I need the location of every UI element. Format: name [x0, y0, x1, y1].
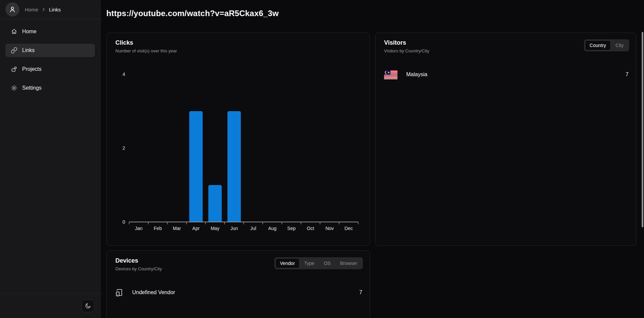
svg-text:Dec: Dec: [344, 226, 353, 231]
devices-card-title: Devices: [115, 257, 162, 264]
theme-toggle-button[interactable]: [82, 300, 94, 312]
device-row-undefined-vendor: Undefined Vendor 7: [115, 285, 362, 300]
visitor-country-label: Malaysia: [406, 72, 427, 78]
devices-toggle-browser[interactable]: Browser: [335, 258, 362, 268]
svg-text:Jun: Jun: [230, 226, 238, 231]
device-count: 7: [359, 289, 362, 296]
svg-text:4: 4: [122, 72, 125, 77]
devices-toggle-group: Vendor Type OS Browser: [274, 257, 363, 269]
app-window: Home Links Home: [0, 0, 644, 318]
visitors-toggle-country[interactable]: Country: [585, 40, 611, 50]
devices-toggle-type[interactable]: Type: [300, 258, 319, 268]
devices-card-subtitle: Devices by Country/City: [115, 266, 162, 271]
visitors-toggle-group: Country City: [584, 39, 629, 51]
sidebar-item-links[interactable]: Links: [5, 44, 95, 57]
svg-text:Apr: Apr: [192, 226, 200, 231]
malaysia-flag-icon: [384, 70, 397, 79]
chevron-right-icon: [42, 7, 46, 11]
breadcrumb-current[interactable]: Links: [49, 7, 61, 12]
devices-card: Devices Devices by Country/City Vendor T…: [106, 251, 370, 318]
visitors-card: Visitors Visitors by Country/City Countr…: [375, 33, 636, 246]
svg-text:Sep: Sep: [287, 226, 296, 231]
breadcrumb-home[interactable]: Home: [25, 7, 38, 12]
svg-text:Mar: Mar: [173, 226, 181, 231]
visitor-row-malaysia: Malaysia 7: [384, 67, 629, 82]
clicks-bar-chart: 024JanFebMarAprMayJunJulAugSepOctNovDec: [107, 33, 362, 234]
link-icon: [11, 47, 17, 54]
sidebar-footer: [0, 293, 100, 318]
sidebar-item-projects[interactable]: Projects: [5, 62, 95, 76]
svg-text:Aug: Aug: [268, 226, 276, 231]
sidebar-item-home[interactable]: Home: [5, 25, 95, 38]
svg-text:2: 2: [122, 145, 125, 151]
bar-may: [208, 185, 222, 222]
visitors-card-header: Visitors Visitors by Country/City Countr…: [375, 33, 636, 53]
sidebar-item-label: Projects: [22, 66, 42, 72]
svg-text:0: 0: [122, 219, 125, 225]
sidebar-item-label: Links: [22, 47, 35, 53]
devices-card-header: Devices Devices by Country/City Vendor T…: [107, 251, 370, 271]
svg-text:Nov: Nov: [325, 226, 334, 231]
clicks-card: Clicks Number of visit(s) over this year…: [106, 33, 370, 246]
bar-jun: [227, 111, 241, 222]
vertical-scrollbar-thumb[interactable]: [642, 32, 643, 227]
clicks-chart-svg: 024JanFebMarAprMayJunJulAugSepOctNovDec: [107, 33, 362, 234]
devices-rows: Undefined Vendor 7: [107, 285, 370, 300]
svg-text:Jul: Jul: [250, 226, 256, 231]
breadcrumb: Home Links: [25, 7, 61, 12]
devices-toggle-vendor[interactable]: Vendor: [275, 258, 300, 268]
device-icon: [115, 288, 123, 297]
page-title: https://youtube.com/watch?v=aR5Ckax6_3w: [106, 8, 636, 19]
device-vendor-label: Undefined Vendor: [132, 289, 175, 296]
avatar[interactable]: [5, 2, 19, 16]
svg-text:Jan: Jan: [135, 226, 143, 231]
main-content: https://youtube.com/watch?v=aR5Ckax6_3w …: [101, 0, 644, 318]
projects-icon: [11, 66, 17, 73]
visitors-rows: Malaysia 7: [375, 67, 636, 82]
visitor-count: 7: [626, 72, 629, 78]
svg-text:May: May: [211, 226, 219, 231]
person-icon: [8, 5, 16, 13]
home-icon: [11, 28, 17, 35]
visitors-card-subtitle: Visitors by Country/City: [384, 48, 429, 53]
cards-grid: Clicks Number of visit(s) over this year…: [106, 33, 636, 318]
visitors-toggle-city[interactable]: City: [611, 40, 628, 50]
sidebar: Home Links Home: [0, 0, 101, 318]
visitors-card-title: Visitors: [384, 39, 429, 46]
svg-text:Oct: Oct: [307, 226, 314, 231]
devices-toggle-os[interactable]: OS: [319, 258, 335, 268]
bar-apr: [189, 111, 203, 222]
sidebar-item-label: Home: [22, 29, 37, 35]
gear-icon: [11, 85, 17, 91]
sidebar-nav: Home Links Projects: [0, 19, 100, 95]
topbar: Home Links: [0, 0, 100, 19]
sidebar-item-settings[interactable]: Settings: [5, 81, 95, 95]
sidebar-item-label: Settings: [22, 85, 42, 91]
moon-icon: [85, 303, 91, 309]
svg-text:Feb: Feb: [154, 226, 162, 231]
